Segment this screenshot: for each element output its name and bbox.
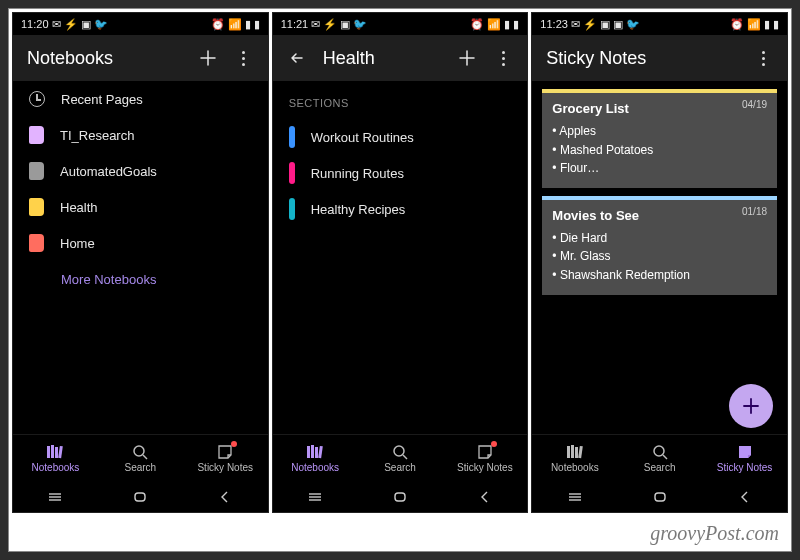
tab-label: Sticky Notes	[717, 462, 773, 473]
page-title: Notebooks	[27, 48, 182, 69]
sticky-notes-list: Grocery List 04/19 Apples Mashed Potatoe…	[532, 81, 787, 434]
notebook-item[interactable]: TI_Research	[13, 117, 268, 153]
search-icon	[392, 444, 408, 460]
svg-point-24	[654, 446, 664, 456]
lightning-icon: ⚡	[323, 18, 337, 31]
page-title: Health	[323, 48, 442, 69]
status-time: 11:23	[540, 18, 568, 30]
tab-notebooks[interactable]: Notebooks	[273, 435, 358, 482]
overflow-menu-button[interactable]	[493, 48, 513, 68]
header: Sticky Notes	[532, 35, 787, 81]
tab-label: Search	[384, 462, 416, 473]
signal-icon: ▮	[504, 18, 510, 31]
notification-badge	[491, 441, 497, 447]
more-notebooks-link[interactable]: More Notebooks	[13, 261, 268, 297]
tab-sticky-notes[interactable]: Sticky Notes	[183, 435, 268, 482]
note-items: Apples Mashed Potatoes Flour…	[552, 122, 767, 178]
tab-notebooks[interactable]: Notebooks	[13, 435, 98, 482]
status-time: 11:20	[21, 18, 49, 30]
phone-health: 11:21 ✉ ⚡ ▣ 🐦 ⏰ 📶 ▮ ▮ Health	[272, 12, 529, 513]
image-icon: ▣	[600, 18, 610, 31]
svg-rect-22	[575, 447, 578, 458]
header: Notebooks	[13, 35, 268, 81]
overflow-menu-button[interactable]	[753, 48, 773, 68]
back-key[interactable]	[477, 489, 493, 505]
recent-pages-row[interactable]: Recent Pages	[13, 81, 268, 117]
add-section-button[interactable]	[457, 48, 477, 68]
phone-notebooks: 11:20 ✉ ⚡ ▣ 🐦 ⏰ 📶 ▮ ▮ Notebooks	[12, 12, 269, 513]
image-icon: ▣	[613, 18, 623, 31]
home-key[interactable]	[132, 489, 148, 505]
note-title: Grocery List	[552, 101, 767, 116]
home-key[interactable]	[392, 489, 408, 505]
recent-label: Recent Pages	[61, 92, 143, 107]
image-icon: ▣	[340, 18, 350, 31]
back-key[interactable]	[737, 489, 753, 505]
wifi-icon: 📶	[228, 18, 242, 31]
search-icon	[652, 444, 668, 460]
note-item: Apples	[552, 122, 767, 141]
twitter-icon: 🐦	[626, 18, 640, 31]
notebook-item[interactable]: Home	[13, 225, 268, 261]
recents-key[interactable]	[567, 489, 583, 505]
phone-sticky-notes: 11:23 ✉ ⚡ ▣ ▣ 🐦 ⏰ 📶 ▮ ▮ Sticky Notes	[531, 12, 788, 513]
tab-sticky-notes[interactable]: Sticky Notes	[702, 435, 787, 482]
tab-notebooks[interactable]: Notebooks	[532, 435, 617, 482]
back-key[interactable]	[217, 489, 233, 505]
add-note-fab[interactable]	[729, 384, 773, 428]
notebook-label: TI_Research	[60, 128, 134, 143]
wifi-icon: 📶	[487, 18, 501, 31]
section-color-icon	[289, 126, 295, 148]
tab-label: Sticky Notes	[457, 462, 513, 473]
battery-icon: ▮	[254, 18, 260, 31]
tab-label: Search	[124, 462, 156, 473]
notebook-item[interactable]: AutomatedGoals	[13, 153, 268, 189]
twitter-icon: 🐦	[353, 18, 367, 31]
notification-badge	[231, 441, 237, 447]
svg-rect-10	[307, 446, 310, 458]
tab-label: Sticky Notes	[197, 462, 253, 473]
tab-sticky-notes[interactable]: Sticky Notes	[442, 435, 527, 482]
tab-search[interactable]: Search	[617, 435, 702, 482]
sticky-note[interactable]: Movies to See 01/18 Die Hard Mr. Glass S…	[542, 196, 777, 295]
notebook-label: AutomatedGoals	[60, 164, 157, 179]
battery-icon: ▮	[513, 18, 519, 31]
recents-key[interactable]	[47, 489, 63, 505]
android-nav-bar	[273, 482, 528, 512]
tab-label: Notebooks	[291, 462, 339, 473]
tab-label: Notebooks	[551, 462, 599, 473]
note-date: 04/19	[742, 99, 767, 110]
books-icon	[306, 444, 324, 460]
note-icon	[477, 444, 493, 460]
overflow-menu-button[interactable]	[234, 48, 254, 68]
page-title: Sticky Notes	[546, 48, 737, 69]
section-item[interactable]: Running Routes	[273, 155, 528, 191]
section-color-icon	[289, 198, 295, 220]
back-button[interactable]	[287, 48, 307, 68]
wifi-icon: 📶	[747, 18, 761, 31]
tab-search[interactable]: Search	[98, 435, 183, 482]
svg-rect-11	[311, 445, 314, 458]
lightning-icon: ⚡	[64, 18, 78, 31]
alarm-icon: ⏰	[730, 18, 744, 31]
svg-rect-21	[571, 445, 574, 458]
svg-point-14	[394, 446, 404, 456]
status-time: 11:21	[281, 18, 309, 30]
tab-search[interactable]: Search	[358, 435, 443, 482]
recents-key[interactable]	[307, 489, 323, 505]
note-item: Mr. Glass	[552, 247, 767, 266]
sections-heading: SECTIONS	[273, 81, 528, 119]
header: Health	[273, 35, 528, 81]
sticky-note[interactable]: Grocery List 04/19 Apples Mashed Potatoe…	[542, 89, 777, 188]
note-item: Shawshank Redemption	[552, 266, 767, 285]
bottom-tabs: Notebooks Search Sticky Notes	[532, 434, 787, 482]
section-item[interactable]: Healthy Recipes	[273, 191, 528, 227]
android-nav-bar	[532, 482, 787, 512]
status-bar: 11:23 ✉ ⚡ ▣ ▣ 🐦 ⏰ 📶 ▮ ▮	[532, 13, 787, 35]
tab-label: Search	[644, 462, 676, 473]
notebook-item[interactable]: Health	[13, 189, 268, 225]
section-item[interactable]: Workout Routines	[273, 119, 528, 155]
home-key[interactable]	[652, 489, 668, 505]
add-notebook-button[interactable]	[198, 48, 218, 68]
section-color-icon	[289, 162, 295, 184]
